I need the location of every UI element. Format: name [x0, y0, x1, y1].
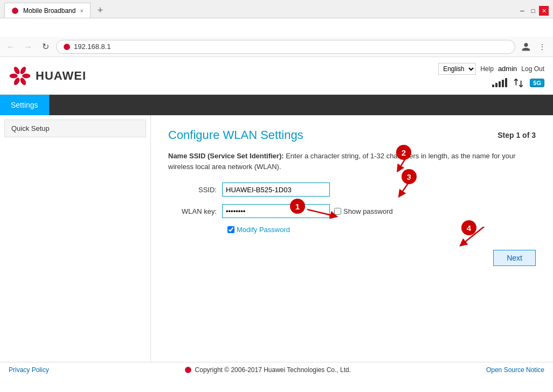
nav-bar: Settings: [0, 95, 553, 115]
modify-password-link[interactable]: Modify Password: [237, 226, 290, 234]
refresh-button[interactable]: ↻: [39, 40, 52, 53]
svg-line-8: [400, 177, 412, 194]
modify-password-checkbox[interactable]: [227, 226, 234, 233]
show-password-label: Show password: [343, 207, 393, 215]
header-right: English Help admin Log Out: [438, 63, 544, 89]
footer-logo-icon: [184, 366, 192, 374]
header-icons: 5G: [492, 77, 544, 89]
window-minimize-button[interactable]: ─: [517, 6, 527, 16]
arrow-1: [307, 204, 340, 222]
content-area: 1 2 3: [151, 115, 553, 362]
address-input[interactable]: 192.168.8.1: [56, 40, 515, 54]
admin-label: admin: [498, 65, 517, 73]
copyright-text: Copyright © 2006-2017 Huawei Technologie…: [195, 366, 351, 374]
huawei-logo-text: HUAWEI: [36, 69, 86, 83]
browser-tab[interactable]: Mobile Broadband ×: [4, 3, 91, 18]
modify-password-area: Modify Password: [227, 226, 536, 234]
5g-badge: 5G: [530, 79, 544, 87]
language-select[interactable]: English: [438, 63, 476, 75]
sidebar: Quick Setup: [0, 115, 151, 362]
footer-center: Copyright © 2006-2017 Huawei Technologie…: [184, 366, 351, 374]
huawei-logo-icon: [9, 65, 31, 87]
description-bold: Name SSID (Service Set Identifier):: [168, 152, 284, 160]
new-tab-button[interactable]: +: [93, 3, 108, 18]
arrow-4: [457, 227, 489, 250]
data-transfer-icon: [513, 77, 524, 89]
nav-item-settings[interactable]: Settings: [0, 95, 50, 115]
window-maximize-button[interactable]: □: [528, 6, 538, 16]
step-indicator: Step 1 of 3: [497, 131, 536, 139]
open-source-link[interactable]: Open Source Notice: [486, 366, 544, 374]
privacy-policy-link[interactable]: Privacy Policy: [9, 366, 49, 374]
address-favicon-icon: [63, 43, 71, 51]
ssid-label: SSID:: [168, 186, 222, 194]
ssid-row: SSID:: [168, 183, 536, 197]
show-password-area: Show password: [334, 207, 393, 215]
svg-line-6: [307, 209, 334, 216]
ssid-input[interactable]: [222, 183, 330, 197]
tab-close-button[interactable]: ×: [80, 8, 84, 14]
huawei-header: HUAWEI English Help admin Log Out: [0, 57, 553, 95]
signal-strength-icon: [492, 78, 507, 87]
next-button[interactable]: Next: [493, 250, 536, 266]
next-btn-row: Next: [168, 250, 536, 266]
header-top-row: English Help admin Log Out: [438, 63, 544, 75]
page-wrapper: HUAWEI English Help admin Log Out: [0, 57, 553, 377]
huawei-logo: HUAWEI: [9, 65, 86, 87]
back-button[interactable]: ←: [4, 40, 17, 53]
help-link[interactable]: Help: [480, 65, 494, 73]
browser-titlebar: Mobile Broadband × + ─ □ ✕: [0, 0, 553, 18]
svg-line-7: [399, 152, 410, 169]
description-text: Name SSID (Service Set Identifier): Ente…: [168, 151, 536, 172]
wlan-key-row: WLAN key: Show password: [168, 204, 536, 218]
arrow-3: [396, 177, 423, 200]
tab-title: Mobile Broadband: [23, 7, 75, 15]
tab-favicon-icon: [11, 7, 19, 15]
wlan-key-label: WLAN key:: [168, 207, 222, 215]
browser-actions: ⋮: [520, 40, 549, 53]
page-footer: Privacy Policy Copyright © 2006-2017 Hua…: [0, 362, 553, 377]
main-content: Quick Setup 1 2: [0, 115, 553, 362]
address-text: 192.168.8.1: [74, 43, 111, 51]
svg-line-9: [462, 227, 484, 244]
svg-point-5: [10, 73, 18, 78]
address-bar: ← → ↻ 192.168.8.1 ⋮: [0, 37, 553, 57]
svg-point-2: [22, 73, 30, 78]
annotation-1: 1: [290, 199, 305, 214]
page-title: Configure WLAN Settings: [168, 128, 303, 142]
forward-button[interactable]: →: [22, 40, 34, 53]
profile-button[interactable]: [520, 40, 533, 53]
window-close-button[interactable]: ✕: [539, 6, 549, 16]
menu-button[interactable]: ⋮: [536, 40, 549, 53]
sidebar-item-quick-setup[interactable]: Quick Setup: [4, 120, 146, 137]
logout-link[interactable]: Log Out: [521, 65, 544, 73]
page-title-row: Configure WLAN Settings Step 1 of 3: [168, 128, 536, 142]
